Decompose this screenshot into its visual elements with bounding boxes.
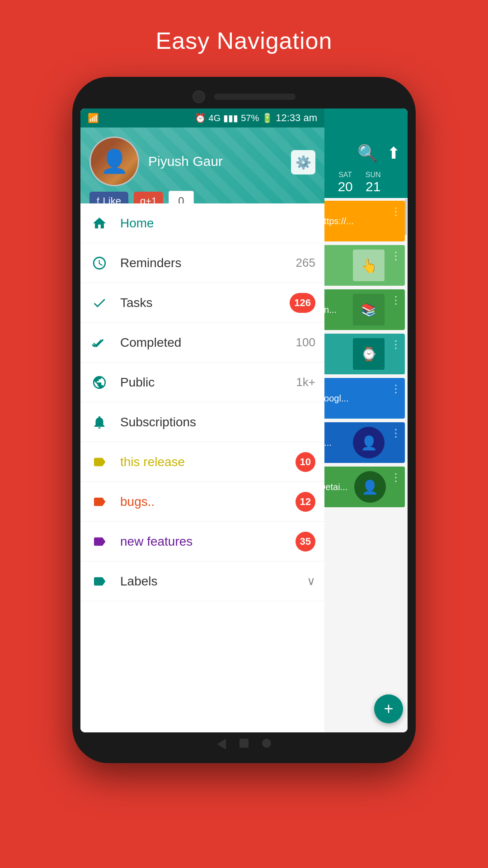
main-header-icons: 🔍 ⬆ <box>311 144 408 163</box>
facebook-like-button[interactable]: f Like <box>89 192 128 203</box>
phone-camera <box>192 90 205 103</box>
card-2-menu[interactable]: ⋮ <box>387 245 405 286</box>
card-4-thumb: ⌚ <box>351 334 387 374</box>
count-box: 0 <box>169 191 193 203</box>
like-label: Like <box>103 195 121 203</box>
alarm-icon: ⏰ <box>195 113 206 123</box>
sidebar-item-home[interactable]: Home <box>80 203 324 243</box>
sidebar-item-tasks[interactable]: Tasks 126 <box>80 283 324 323</box>
gear-icon: ⚙️ <box>296 155 311 170</box>
sidebar-item-new-features[interactable]: new features 35 <box>80 522 324 561</box>
cal-day-sun[interactable]: SUN 21 <box>366 171 381 194</box>
public-count: 1k+ <box>296 375 315 389</box>
signal-icon: 4G <box>209 113 221 123</box>
facebook-icon: f <box>97 196 99 204</box>
card-2-thumb: 👆 <box>351 245 387 286</box>
tasks-badge: 126 <box>290 293 315 313</box>
sidebar-item-public[interactable]: Public 1k+ <box>80 363 324 402</box>
phone-bottom-bar <box>80 739 408 750</box>
card-7-thumb: 👤 <box>353 467 387 507</box>
card-3-thumb: 📚 <box>351 289 387 330</box>
battery-percent: 57% <box>241 113 259 123</box>
sidebar: 📶 ⏰ 4G ▮▮▮ 57% 🔋 12:33 am 👤 <box>80 108 324 732</box>
sidebar-item-home-label: Home <box>120 216 315 231</box>
card-6[interactable]: L... 👤 ⋮ <box>314 422 405 463</box>
labels-chevron: ∨ <box>307 574 315 588</box>
sidebar-item-reminders[interactable]: Reminders 265 <box>80 243 324 283</box>
card-6-menu[interactable]: ⋮ <box>387 422 405 463</box>
completed-icon <box>89 333 109 353</box>
sidebar-item-subscriptions-label: Subscriptions <box>120 415 315 429</box>
phone-shell: 📶 ⏰ 4G ▮▮▮ 57% 🔋 12:33 am 👤 <box>72 77 416 763</box>
card-7[interactable]: Detai... 👤 ⋮ <box>314 467 405 507</box>
card-1-menu[interactable]: ⋮ <box>387 201 405 241</box>
card-5[interactable]: googl... ⋮ <box>314 378 405 419</box>
phone-speaker <box>214 94 296 100</box>
sidebar-item-subscriptions[interactable]: Subscriptions <box>80 402 324 442</box>
date-sat: 20 <box>338 179 352 194</box>
main-panel: 🔍 ⬆ SAT 20 SUN 21 <box>311 108 408 732</box>
gplus-button[interactable]: g+1 <box>134 192 163 203</box>
new-features-icon <box>89 532 109 552</box>
social-row: f Like g+1 0 <box>80 186 324 203</box>
sidebar-item-this-release[interactable]: this release 10 <box>80 442 324 482</box>
card-3-menu[interactable]: ⋮ <box>387 289 405 330</box>
reminders-icon <box>89 253 109 273</box>
cal-day-sat[interactable]: SAT 20 <box>338 171 352 194</box>
fab-button[interactable]: + <box>374 694 403 723</box>
status-bar: 📶 ⏰ 4G ▮▮▮ 57% 🔋 12:33 am <box>80 108 324 127</box>
sidebar-item-labels-label: Labels <box>120 574 296 589</box>
subscriptions-icon <box>89 412 109 432</box>
home-button[interactable] <box>239 739 249 748</box>
status-time: 12:33 am <box>276 112 317 124</box>
fab-plus-icon: + <box>384 699 393 718</box>
nav-list: Home Reminders 265 Tasks 126 <box>80 203 324 732</box>
sidebar-item-public-label: Public <box>120 375 285 390</box>
completed-count: 100 <box>296 335 315 349</box>
sidebar-item-completed[interactable]: Completed 100 <box>80 323 324 363</box>
avatar-image: 👤 <box>91 138 138 185</box>
share-icon[interactable]: ⬆ <box>387 144 400 163</box>
sidebar-item-reminders-label: Reminders <box>120 256 285 270</box>
card-4-menu[interactable]: ⋮ <box>387 334 405 374</box>
labels-icon <box>89 571 109 591</box>
avatar: 👤 <box>89 137 139 186</box>
card-5-menu[interactable]: ⋮ <box>387 378 405 419</box>
phone-screen: 📶 ⏰ 4G ▮▮▮ 57% 🔋 12:33 am 👤 <box>80 108 408 732</box>
card-7-menu[interactable]: ⋮ <box>387 467 405 507</box>
sidebar-item-labels[interactable]: Labels ∨ <box>80 561 324 601</box>
calendar-header: SAT 20 SUN 21 <box>311 167 408 198</box>
card-2[interactable]: 👆 ⋮ <box>314 245 405 286</box>
bars-icon: ▮▮▮ <box>223 113 238 123</box>
sidebar-header-content: 👤 Piyush Gaur ⚙️ <box>80 127 324 186</box>
sidebar-item-this-release-label: this release <box>120 455 285 469</box>
page-title: Easy Navigation <box>156 27 333 54</box>
battery-icon: 🔋 <box>262 113 273 123</box>
gplus-label: g+1 <box>140 195 157 203</box>
sidebar-item-tasks-label: Tasks <box>120 296 279 310</box>
count-value: 0 <box>178 195 184 203</box>
sidebar-item-bugs[interactable]: bugs.. 12 <box>80 482 324 522</box>
scroll-bar <box>405 199 407 235</box>
sidebar-item-completed-label: Completed <box>120 335 285 350</box>
back-button[interactable] <box>217 739 226 750</box>
sidebar-item-new-features-label: new features <box>120 534 285 549</box>
phone-top-bar <box>80 90 408 103</box>
card-3[interactable]: on... 📚 ⋮ <box>314 289 405 330</box>
bugs-badge: 12 <box>296 492 315 512</box>
card-4[interactable]: ⌚ ⋮ <box>314 334 405 374</box>
this-release-icon <box>89 452 109 472</box>
day-label-sat: SAT <box>338 171 352 179</box>
reminders-count: 265 <box>296 256 315 270</box>
day-label-sun: SUN <box>366 171 381 179</box>
bugs-icon <box>89 492 109 512</box>
wifi-icon: 📶 <box>88 113 99 123</box>
card-6-thumb: 👤 <box>351 422 387 463</box>
user-name: Piyush Gaur <box>148 154 223 169</box>
card-1[interactable]: https://... ⋮ <box>314 201 405 241</box>
recents-button[interactable] <box>262 739 271 748</box>
settings-button[interactable]: ⚙️ <box>291 150 315 175</box>
search-icon[interactable]: 🔍 <box>357 144 378 163</box>
cards-list: https://... ⋮ 👆 ⋮ on... <box>311 198 408 732</box>
date-sun: 21 <box>366 179 380 194</box>
